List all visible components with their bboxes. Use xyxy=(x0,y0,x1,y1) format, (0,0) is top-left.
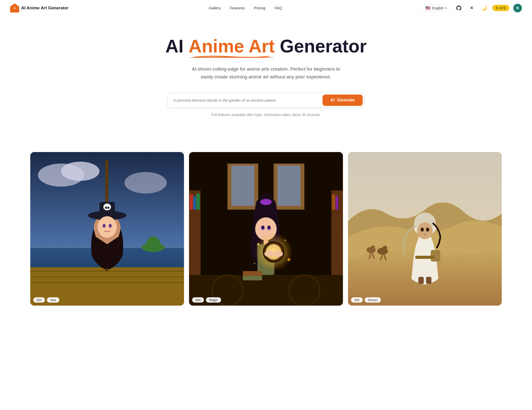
language-selector[interactable]: 🇺🇸 English ∨ xyxy=(422,4,450,12)
svg-point-61 xyxy=(383,246,387,250)
svg-point-3 xyxy=(124,172,167,193)
svg-point-50 xyxy=(284,240,286,241)
credits-amount: 870 xyxy=(499,6,506,10)
svg-point-52 xyxy=(254,263,255,264)
svg-point-49 xyxy=(257,243,259,245)
gallery-image-2 xyxy=(348,152,502,306)
twitter-x-button[interactable]: ✕ xyxy=(467,4,476,12)
svg-point-65 xyxy=(417,222,433,239)
flag-icon: 🇺🇸 xyxy=(425,6,431,10)
gallery-card-2[interactable]: Girl Desert xyxy=(348,152,502,306)
generate-hint: Full features available after login. Gen… xyxy=(5,113,527,117)
tag-icon: 🏷 xyxy=(331,98,335,102)
hero-title-part2: Generator xyxy=(280,36,367,56)
gallery-section: Girl Sea xyxy=(0,147,532,321)
tag-girl-0: Girl xyxy=(33,297,45,303)
nav-right: 🇺🇸 English ∨ ✕ 🌙 $ 870 R xyxy=(422,4,522,12)
nav-links: Gallery Features Pricing FAQ xyxy=(209,6,282,10)
svg-rect-54 xyxy=(243,276,262,280)
hero-section: AI Anime Art Generator AI-driven cutting… xyxy=(0,16,532,147)
magic-artwork xyxy=(189,152,343,306)
generate-button[interactable]: 🏷 Generate xyxy=(323,95,363,106)
gallery-card-1[interactable]: Girl Magic xyxy=(189,152,343,306)
pirate-artwork xyxy=(30,152,184,306)
svg-rect-28 xyxy=(190,194,193,210)
chevron-down-icon: ∨ xyxy=(445,6,447,10)
svg-rect-53 xyxy=(243,271,262,276)
dark-mode-button[interactable]: 🌙 xyxy=(480,4,488,12)
svg-point-15 xyxy=(107,207,109,209)
user-avatar[interactable]: R xyxy=(513,4,522,12)
gallery-tags-0: Girl Sea xyxy=(33,297,59,303)
hero-title-part1: AI xyxy=(165,36,189,56)
hero-subtitle: AI-driven cutting-edge for anime arts cr… xyxy=(188,65,344,81)
svg-rect-29 xyxy=(193,196,196,210)
svg-point-51 xyxy=(287,258,290,261)
svg-rect-24 xyxy=(231,165,254,206)
generate-label: Generate xyxy=(337,98,355,102)
svg-point-18 xyxy=(109,224,112,228)
logo-icon: AI xyxy=(10,4,19,13)
navbar: AI AI Anime Art Generator Gallery Featur… xyxy=(0,0,532,16)
svg-rect-70 xyxy=(418,277,423,284)
prompt-input[interactable] xyxy=(168,93,321,107)
tag-girl-2: Girl xyxy=(351,297,363,303)
logo[interactable]: AI AI Anime Art Generator xyxy=(10,4,69,13)
nav-link-faq[interactable]: FAQ xyxy=(275,6,282,10)
gallery-grid: Girl Sea xyxy=(30,152,502,306)
svg-rect-68 xyxy=(431,250,440,261)
svg-point-67 xyxy=(426,228,429,231)
github-button[interactable] xyxy=(455,4,463,12)
svg-point-36 xyxy=(260,199,272,205)
credits-display[interactable]: $ 870 xyxy=(492,5,509,11)
dollar-icon: $ xyxy=(496,6,498,10)
svg-rect-31 xyxy=(332,194,335,210)
svg-rect-71 xyxy=(426,277,431,284)
hero-title-highlight: Anime Art xyxy=(189,36,275,56)
generate-bar: 🏷 Generate xyxy=(168,93,364,108)
svg-point-42 xyxy=(262,226,264,229)
svg-point-57 xyxy=(371,245,375,248)
svg-point-17 xyxy=(102,224,105,228)
svg-point-66 xyxy=(421,228,424,231)
x-icon: ✕ xyxy=(470,6,473,10)
gallery-image-1 xyxy=(189,152,343,306)
svg-point-16 xyxy=(98,216,117,238)
svg-point-2 xyxy=(61,162,99,181)
nav-link-pricing[interactable]: Pricing xyxy=(254,6,265,10)
nav-link-gallery[interactable]: Gallery xyxy=(209,6,221,10)
svg-point-20 xyxy=(146,237,160,252)
hero-title: AI Anime Art Generator xyxy=(5,36,527,56)
tag-girl-1: Girl xyxy=(192,297,204,303)
tag-magic-1: Magic xyxy=(206,297,221,303)
gallery-tags-1: Girl Magic xyxy=(192,297,221,303)
svg-point-13 xyxy=(103,203,111,210)
tag-sea-0: Sea xyxy=(47,297,59,303)
svg-point-47 xyxy=(264,251,274,257)
language-label: English xyxy=(432,6,444,10)
svg-rect-25 xyxy=(278,165,301,206)
svg-point-14 xyxy=(105,207,107,209)
tag-desert-2: Desert xyxy=(365,297,381,303)
gallery-card-0[interactable]: Girl Sea xyxy=(30,152,184,306)
svg-point-43 xyxy=(268,226,270,229)
svg-rect-69 xyxy=(415,256,434,259)
github-icon xyxy=(456,6,461,11)
desert-artwork xyxy=(348,152,502,306)
gallery-tags-2: Girl Desert xyxy=(351,297,381,303)
svg-rect-30 xyxy=(196,193,200,210)
svg-rect-32 xyxy=(336,196,338,210)
gallery-image-0 xyxy=(30,152,184,306)
moon-icon: 🌙 xyxy=(481,5,487,11)
svg-point-48 xyxy=(274,251,283,257)
logo-text: AI Anime Art Generator xyxy=(21,6,69,11)
nav-link-features[interactable]: Features xyxy=(230,6,245,10)
avatar-letter: R xyxy=(516,6,519,10)
